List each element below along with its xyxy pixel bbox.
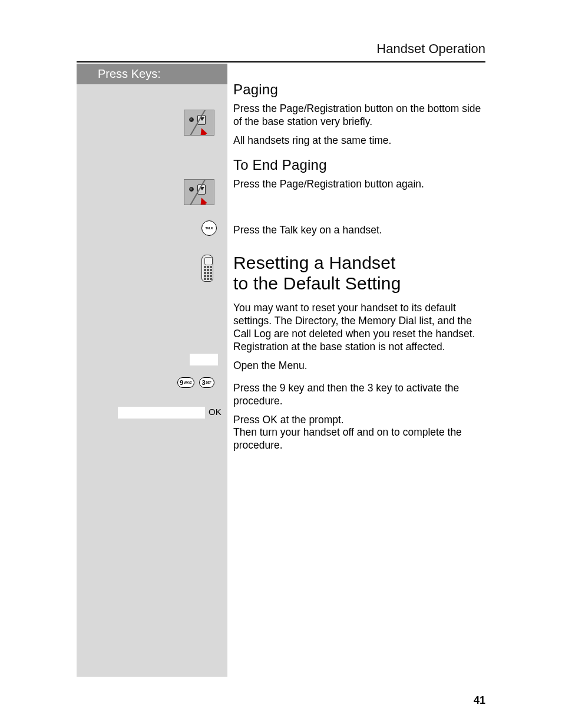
- heading-end-paging: To End Paging: [233, 157, 487, 173]
- display-placeholder-ok: [118, 407, 205, 419]
- press-keys-sidebar: [77, 64, 227, 677]
- paging-p1: Press the Page/Registration button on th…: [233, 103, 487, 129]
- heading-paging: Paging: [233, 81, 487, 98]
- talk-key-icon: TALK: [201, 220, 217, 236]
- key-3: 3DEF: [199, 377, 214, 388]
- press-keys-header: Press Keys:: [77, 64, 227, 84]
- key-9: 9WXYZ: [177, 377, 194, 388]
- end-paging-p2: Press the Talk key on a handset.: [233, 224, 487, 237]
- header-rule: [77, 61, 485, 62]
- end-paging-p1: Press the Page/Registration button again…: [233, 178, 487, 191]
- running-head: Handset Operation: [376, 41, 485, 57]
- heading-resetting: Resetting a Handsetto the Default Settin…: [233, 253, 487, 294]
- page-number: 41: [474, 694, 485, 707]
- key-9-letters: WXYZ: [184, 381, 191, 384]
- ok-label: OK: [209, 407, 222, 417]
- display-placeholder-menu: [190, 354, 218, 365]
- page: Handset Operation Press Keys: TALK 9WXYZ…: [0, 0, 562, 728]
- key-9-digit: 9: [180, 379, 183, 386]
- talk-key-label: TALK: [205, 226, 213, 230]
- keys-9-3: 9WXYZ 3DEF: [177, 377, 214, 388]
- key-3-letters: DEF: [206, 381, 211, 384]
- reset-step3a: Press OK at the prompt.: [233, 414, 487, 427]
- base-station-paging-icon: [184, 110, 214, 136]
- content-column: Paging Press the Page/Registration butto…: [233, 81, 487, 458]
- heading-resetting-l2: to the Default Setting: [233, 274, 401, 293]
- handset-icon: [201, 255, 213, 282]
- reset-step3b: Then turn your handset off and on to com…: [233, 426, 487, 452]
- reset-step2: Press the 9 key and then the 3 key to ac…: [233, 382, 487, 408]
- base-station-endpaging-icon: [184, 179, 214, 205]
- paging-p2: All handsets ring at the same time.: [233, 134, 487, 147]
- key-3-digit: 3: [201, 379, 205, 386]
- reset-intro: You may want to reset your handset to it…: [233, 302, 487, 354]
- reset-step1: Open the Menu.: [233, 360, 487, 373]
- heading-resetting-l1: Resetting a Handset: [233, 253, 396, 272]
